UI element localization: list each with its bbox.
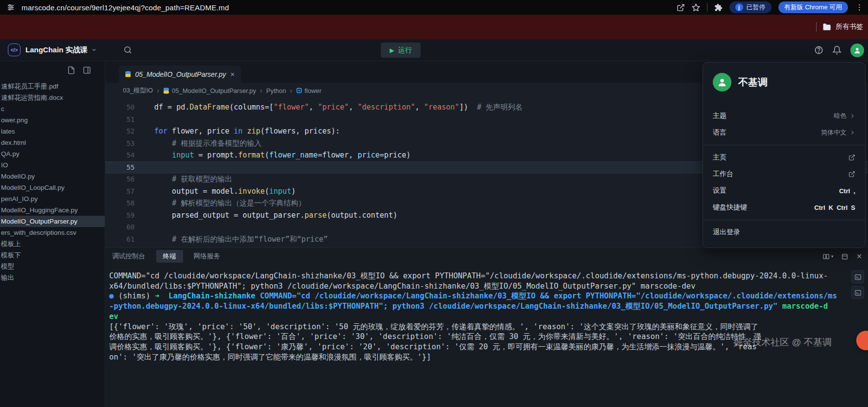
course-title: LangChain 实战课 (25, 45, 88, 55)
kebab-menu-icon[interactable]: ⋮ (855, 3, 864, 12)
panel-tabs-list: 调试控制台终端网络服务 (112, 250, 220, 263)
star-icon[interactable] (692, 3, 700, 12)
file-item[interactable]: ower.png (0, 114, 105, 126)
terminal-line: 价格的实惠，吸引顾客购买。'}, {'flower': '百合', 'price… (109, 332, 864, 342)
menu-item-workspace[interactable]: 工作台 (703, 166, 865, 182)
file-item[interactable]: 模板上 (0, 238, 105, 249)
python-icon (125, 71, 131, 77)
update-badge-label: 有新版 Chrome 可用 (784, 3, 842, 12)
file-item[interactable]: 模型 (0, 261, 105, 272)
terminal[interactable]: COMMAND="cd /cloudide/workspace/LangChai… (105, 265, 868, 407)
close-panel-icon[interactable]: ✕ (856, 252, 862, 260)
file-item[interactable]: ModelIO_LoopCall.py (0, 182, 105, 193)
external-link-icon (848, 154, 855, 161)
menu-item-shortcuts[interactable]: 键盘快捷键CtrlKCtrlS (703, 199, 865, 216)
bottom-panel: 调试控制台终端网络服务 ▾ ✕ COMMAND="cd /cloudide/wo… (105, 247, 868, 407)
panel-tab-debug-console[interactable]: 调试控制台 (112, 252, 145, 261)
panel-tabbar: 调试控制台终端网络服务 ▾ ✕ (105, 248, 868, 265)
user-avatar (713, 73, 731, 91)
breadcrumb-item[interactable]: 03_模型IO (123, 86, 153, 95)
breadcrumb-separator: › (260, 87, 262, 94)
terminal-line: x64/bundled/libs:$PYTHONPATH"; python3 /… (109, 281, 864, 292)
bookmarks-bar: 所有书签 (0, 15, 868, 39)
file-item[interactable]: penAI_IO.py (0, 193, 105, 204)
sidebar-actions (0, 61, 105, 79)
bookmarks-divider (816, 22, 817, 32)
user-menu-panel: 不基调 主题暗色语言简体中文主页工作台设置Ctrl,键盘快捷键CtrlKCtrl… (703, 62, 866, 248)
external-link-icon (848, 171, 855, 178)
menu-divider (703, 220, 865, 220)
download-file-icon[interactable] (67, 66, 75, 74)
terminal-line: [{'flower': '玫瑰', 'price': '50', 'descri… (109, 322, 864, 332)
user-header: 不基调 (703, 72, 865, 92)
terminal-action-button[interactable] (851, 271, 864, 283)
extensions-puzzle-icon[interactable] (714, 3, 723, 12)
file-explorer: 速鲜花员工手册.pdf速鲜花运营指南.docxcower.pnglatesdex… (0, 61, 105, 407)
file-item[interactable]: ModelIO_OutputParser.py (0, 216, 105, 227)
editor-tab[interactable]: 05_ModelIO_OutputParser.py × (119, 66, 241, 83)
breadcrumb-item[interactable]: 05_ModelIO_OutputParser.py (163, 87, 256, 94)
split-terminal-icon[interactable]: ▾ (822, 253, 834, 260)
user-menu-items: 主题暗色语言简体中文主页工作台设置Ctrl,键盘快捷键CtrlKCtrlS退出登… (703, 108, 865, 241)
terminal-line: -python.debugpy-2024.0.0-linux-x64/bundl… (109, 301, 864, 312)
breadcrumb-item[interactable]: flower (296, 87, 322, 94)
file-item[interactable]: dex.html (0, 137, 105, 148)
chevron-down-icon[interactable] (91, 47, 97, 53)
folder-icon (822, 23, 831, 31)
help-icon[interactable] (814, 45, 823, 55)
breadcrumb-item[interactable]: Python (266, 87, 286, 94)
menu-item-language[interactable]: 语言简体中文 (703, 124, 865, 141)
file-item[interactable]: 速鲜花员工手册.pdf (0, 81, 105, 92)
terminal-line: ● (shims) ➜ LangChain-shizhanke COMMAND=… (109, 291, 864, 301)
breadcrumb-items: 03_模型IO›05_ModelIO_OutputParser.py›Pytho… (123, 86, 322, 95)
file-item[interactable]: lates (0, 126, 105, 137)
url-bar[interactable]: marscode.cn/course/9erl12yejee4qj?code_p… (22, 3, 229, 12)
panel-actions: ▾ ✕ (822, 248, 862, 265)
avatar[interactable] (850, 44, 864, 57)
menu-item-theme[interactable]: 主题暗色 (703, 108, 865, 124)
toolbar-divider (707, 3, 707, 12)
panel-tab-terminal[interactable]: 终端 (156, 250, 183, 263)
username: 不基调 (738, 76, 768, 89)
menu-divider (703, 145, 865, 145)
file-item[interactable]: ModelIO.py (0, 171, 105, 182)
search-button[interactable] (123, 45, 132, 54)
file-item[interactable]: ModelIO_HuggingFace.py (0, 204, 105, 216)
file-item[interactable]: QA.py (0, 148, 105, 159)
terminal-line: ev (109, 312, 864, 322)
bell-icon[interactable] (832, 45, 842, 55)
terminal-line: on': '突出了康乃馨的价格实惠，同时强调了它能带来的温馨和浪漫氛围，吸引顾客… (109, 352, 864, 362)
file-item[interactable]: IO (0, 159, 105, 171)
file-tree: 速鲜花员工手册.pdf速鲜花运营指南.docxcower.pnglatesdex… (0, 79, 105, 283)
all-bookmarks-button[interactable]: 所有书签 (822, 23, 863, 31)
all-bookmarks-label: 所有书签 (836, 23, 863, 31)
marscode-logo[interactable]: </> (8, 44, 21, 56)
menu-item-logout[interactable]: 退出登录 (703, 224, 865, 241)
menu-item-settings[interactable]: 设置Ctrl, (703, 182, 865, 199)
run-button[interactable]: ▶ 运行 (381, 43, 421, 58)
terminal-action-button-2[interactable] (851, 286, 864, 299)
share-icon[interactable] (677, 3, 685, 12)
menu-item-home[interactable]: 主页 (703, 149, 865, 166)
sliders-icon[interactable] (7, 3, 15, 11)
file-item[interactable]: c (0, 103, 105, 114)
file-item[interactable]: 输出 (0, 272, 105, 283)
chrome-update-badge[interactable]: 有新版 Chrome 可用 (778, 1, 848, 13)
run-label: 运行 (398, 46, 412, 55)
file-item[interactable]: ers_with_descriptions.csv (0, 227, 105, 238)
chevron-down-icon: ▾ (831, 254, 834, 259)
file-item[interactable]: 模板下 (0, 249, 105, 261)
maximize-panel-icon[interactable] (841, 253, 848, 260)
tab-label: 05_ModelIO_OutputParser.py (135, 70, 226, 78)
debugger-paused-badge[interactable]: j 已暂停 (729, 1, 772, 13)
panel-tab-network[interactable]: 网络服务 (194, 252, 220, 261)
tab-close-icon[interactable]: × (230, 70, 235, 78)
ide-topbar: </> LangChain 实战课 ▶ 运行 (0, 39, 868, 61)
paused-badge-label: 已暂停 (747, 3, 766, 12)
breadcrumb-separator: › (157, 87, 159, 94)
terminal-line: COMMAND="cd /cloudide/workspace/LangChai… (109, 271, 864, 281)
file-item[interactable]: 速鲜花运营指南.docx (0, 92, 105, 103)
terminal-line: 调价格实惠，吸引顾客购买。'}, {'flower': '康乃馨', 'pric… (109, 342, 864, 352)
open-panel-icon[interactable] (83, 66, 91, 74)
python-icon (163, 88, 169, 94)
